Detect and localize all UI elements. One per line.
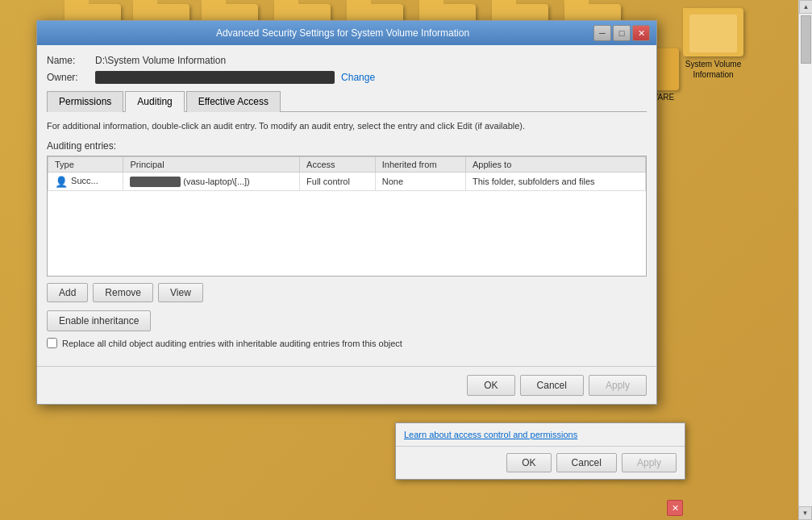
dialog2-apply-button[interactable]: Apply xyxy=(622,453,677,472)
tab-content: For additional information, double-click… xyxy=(47,112,647,356)
svi-folder-label: System VolumeInformation xyxy=(679,59,747,80)
col-inherited-from: Inherited from xyxy=(375,157,465,173)
name-value: D:\System Volume Information xyxy=(95,55,226,66)
header-row: Type Principal Access Inherited from App… xyxy=(48,157,646,173)
cancel-button[interactable]: Cancel xyxy=(520,375,584,396)
enable-inheritance-button[interactable]: Enable inheritance xyxy=(47,310,151,331)
col-applies-to: Applies to xyxy=(465,157,645,173)
name-label: Name: xyxy=(47,55,95,66)
checkbox-row: Replace all child object auditing entrie… xyxy=(47,338,647,348)
audit-table-wrapper: Type Principal Access Inherited from App… xyxy=(47,156,647,277)
dialog2-ok-button[interactable]: OK xyxy=(506,453,551,472)
svi-folder-shape xyxy=(683,8,743,56)
row-access: Full control xyxy=(300,173,376,191)
scrollbar-track[interactable]: ▲ ▼ xyxy=(798,0,812,520)
col-principal: Principal xyxy=(123,157,300,173)
scroll-thumb[interactable] xyxy=(801,15,811,64)
audit-table-body: 👤 Succ... ████████ (vasu-laptop\[...]) F… xyxy=(48,173,646,191)
advanced-security-dialog: Advanced Security Settings for System Vo… xyxy=(36,20,657,405)
action-buttons: Add Remove View xyxy=(47,283,647,302)
close-button[interactable]: ✕ xyxy=(632,25,650,41)
tab-effective-access[interactable]: Effective Access xyxy=(186,91,281,112)
ok-button[interactable]: OK xyxy=(467,375,514,396)
owner-label: Owner: xyxy=(47,72,95,83)
audit-table: Type Principal Access Inherited from App… xyxy=(48,156,646,191)
dialog2-footer: OK Cancel Apply xyxy=(396,446,685,479)
row-type: 👤 Succ... xyxy=(48,173,123,191)
titlebar-controls: ─ □ ✕ xyxy=(593,25,650,41)
name-row: Name: D:\System Volume Information xyxy=(47,55,647,66)
owner-redacted-value: ██████████████████████████████████ xyxy=(95,71,335,84)
learn-more-link[interactable]: Learn about access control and permissio… xyxy=(396,423,685,446)
minimize-button[interactable]: ─ xyxy=(593,25,611,41)
view-button[interactable]: View xyxy=(158,283,203,302)
table-row[interactable]: 👤 Succ... ████████ (vasu-laptop\[...]) F… xyxy=(48,173,646,191)
change-link[interactable]: Change xyxy=(341,72,375,83)
col-type: Type xyxy=(48,157,123,173)
row-applies-to: This folder, subfolders and files xyxy=(465,173,645,191)
principal-redacted: ████████ xyxy=(130,177,181,187)
row-inherited-from: None xyxy=(375,173,465,191)
scroll-down-arrow[interactable]: ▼ xyxy=(798,506,812,520)
tab-auditing[interactable]: Auditing xyxy=(125,91,184,112)
dialog2-cancel-button[interactable]: Cancel xyxy=(556,453,617,472)
restore-button[interactable]: □ xyxy=(613,25,631,41)
dialog-titlebar: Advanced Security Settings for System Vo… xyxy=(37,21,656,45)
user-icon: 👤 xyxy=(55,176,66,187)
row-principal: ████████ (vasu-laptop\[...]) xyxy=(123,173,300,191)
audit-table-header: Type Principal Access Inherited from App… xyxy=(48,157,646,173)
dialog-body: Name: D:\System Volume Information Owner… xyxy=(37,45,656,366)
owner-row: Owner: █████████████████████████████████… xyxy=(47,71,647,84)
tabs-container: Permissions Auditing Effective Access xyxy=(47,90,647,112)
remove-button[interactable]: Remove xyxy=(93,283,153,302)
auditing-entries-label: Auditing entries: xyxy=(47,140,647,152)
dialog-footer: OK Cancel Apply xyxy=(37,366,656,404)
info-text: For additional information, double-click… xyxy=(47,120,647,132)
svi-folder-inner xyxy=(689,15,737,52)
replace-checkbox-label: Replace all child object auditing entrie… xyxy=(62,339,402,348)
svi-folder[interactable]: System VolumeInformation xyxy=(679,8,747,80)
apply-button[interactable]: Apply xyxy=(589,375,647,396)
dialog2-close-button[interactable]: ✕ xyxy=(667,500,683,516)
replace-checkbox[interactable] xyxy=(47,338,57,348)
secondary-dialog: ✕ Learn about access control and permiss… xyxy=(395,422,685,480)
add-button[interactable]: Add xyxy=(47,283,88,302)
dialog-title: Advanced Security Settings for System Vo… xyxy=(92,27,593,39)
scroll-up-arrow[interactable]: ▲ xyxy=(799,0,812,14)
col-access: Access xyxy=(300,157,376,173)
tab-permissions[interactable]: Permissions xyxy=(47,91,123,112)
